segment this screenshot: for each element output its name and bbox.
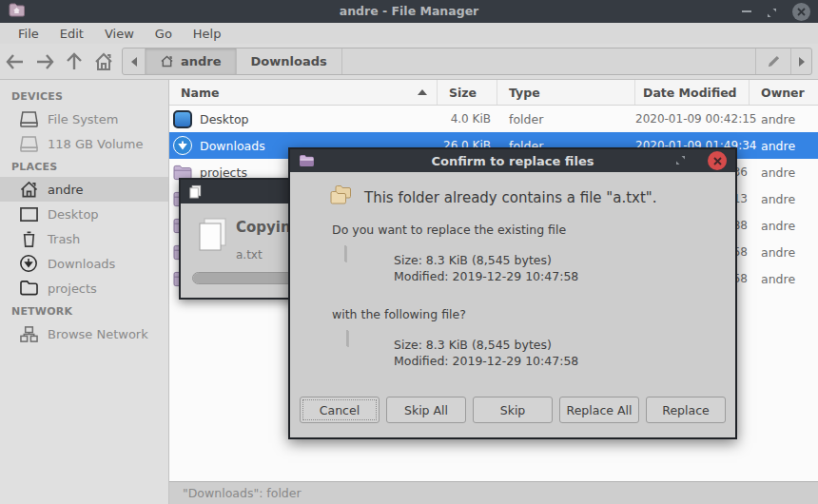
dialog-close-button[interactable] <box>708 151 727 170</box>
existing-file-icon <box>344 245 346 262</box>
trash-icon <box>18 228 39 249</box>
column-header-owner[interactable]: Owner <box>750 80 818 105</box>
sidebar-item-desktop[interactable]: Desktop <box>0 202 168 226</box>
desktop-icon <box>18 204 39 224</box>
sidebar-item-file-system[interactable]: File System <box>0 107 168 131</box>
table-row-desktop[interactable]: Desktop 4.0 KiB folder 2020-01-09 00:42:… <box>169 106 818 132</box>
sidebar-section-places: PLACES <box>0 156 168 177</box>
window-titlebar: andre - File Manager <box>0 0 818 23</box>
home-button[interactable] <box>88 48 118 76</box>
up-button[interactable] <box>59 48 88 76</box>
status-bar: "Downloads": folder <box>169 481 818 504</box>
menu-view[interactable]: View <box>96 25 143 43</box>
path-scroll-left-button[interactable] <box>123 48 146 74</box>
copy-folders-icon <box>328 184 355 210</box>
list-header: Name Size Type Date Modified Owner <box>169 80 818 106</box>
desktop-folder-icon <box>173 109 192 128</box>
menu-go[interactable]: Go <box>146 25 181 43</box>
drive-icon <box>18 108 39 129</box>
window-title: andre - File Manager <box>0 0 818 23</box>
folder-icon <box>18 278 39 299</box>
copy-filename: a.txt <box>236 248 263 262</box>
dialog-title: Confirm to replace files <box>290 154 735 168</box>
minimize-button-icon[interactable] <box>742 10 751 12</box>
replace-all-button[interactable]: Replace All <box>559 397 639 423</box>
column-header-size[interactable]: Size <box>438 80 497 105</box>
new-file-modified: Modified: 2019-12-29 10:47:58 <box>394 353 578 369</box>
sidebar-item-trash[interactable]: Trash <box>0 226 168 251</box>
path-edit-button[interactable] <box>755 48 790 74</box>
existing-file-modified: Modified: 2019-12-29 10:47:58 <box>394 268 578 284</box>
pencil-icon <box>767 54 781 68</box>
menu-help[interactable]: Help <box>185 25 230 43</box>
download-folder-icon <box>173 136 192 155</box>
existing-file-size: Size: 8.3 KiB (8,545 bytes) <box>394 252 578 268</box>
menubar: File Edit View Go Help <box>0 23 818 44</box>
column-header-name[interactable]: Name <box>169 80 438 105</box>
skip-button[interactable]: Skip <box>473 397 553 423</box>
copying-pages-icon <box>196 217 230 256</box>
question-existing: Do you want to replace the existing file <box>332 223 566 237</box>
drive-icon <box>18 133 39 154</box>
forward-button[interactable] <box>29 48 59 76</box>
sidebar-item-volume[interactable]: 118 GB Volume <box>0 131 168 156</box>
network-icon <box>18 323 39 344</box>
sidebar-item-andre[interactable]: andre <box>0 177 168 202</box>
column-header-date-modified[interactable]: Date Modified <box>635 80 750 105</box>
close-button[interactable] <box>792 3 810 21</box>
sidebar-item-browse-network[interactable]: Browse Network <box>0 321 168 346</box>
dialog-restore-icon[interactable] <box>675 154 686 168</box>
sidebar-section-devices: DEVICES <box>0 86 168 107</box>
new-file-size: Size: 8.3 KiB (8,545 bytes) <box>394 337 578 353</box>
new-file-info: Size: 8.3 KiB (8,545 bytes) Modified: 20… <box>394 337 578 369</box>
home-icon <box>18 179 39 200</box>
dialog-buttons: Cancel Skip All Skip Replace All Replace <box>300 397 726 423</box>
path-scroll-right-button[interactable] <box>790 48 811 74</box>
pathbar: andre Downloads <box>122 48 812 75</box>
document-icon <box>188 184 203 199</box>
skip-all-button[interactable]: Skip All <box>386 397 466 423</box>
path-button-downloads[interactable]: Downloads <box>237 48 342 74</box>
restore-button-icon[interactable] <box>767 7 777 17</box>
sidebar-item-downloads[interactable]: Downloads <box>0 251 168 276</box>
path-button-andre[interactable]: andre <box>146 48 237 74</box>
question-new: with the following file? <box>332 307 466 321</box>
sort-ascending-icon <box>418 89 427 95</box>
toolbar: andre Downloads <box>0 44 818 80</box>
column-header-type[interactable]: Type <box>497 80 635 105</box>
new-file-icon <box>346 330 348 346</box>
existing-file-info: Size: 8.3 KiB (8,545 bytes) Modified: 20… <box>394 252 578 284</box>
replace-files-dialog: Confirm to replace files This folder alr… <box>288 147 737 439</box>
replace-dialog-titlebar: Confirm to replace files <box>290 149 735 172</box>
menu-edit[interactable]: Edit <box>51 25 92 43</box>
sidebar-section-network: NETWORK <box>0 300 168 321</box>
download-icon <box>18 253 39 274</box>
dialog-heading: This folder already contains a file "a.t… <box>364 189 657 206</box>
cancel-button[interactable]: Cancel <box>300 397 380 423</box>
home-icon <box>160 55 174 68</box>
sidebar-item-projects[interactable]: projects <box>0 276 168 300</box>
replace-button[interactable]: Replace <box>646 397 726 423</box>
sidebar: DEVICES File System 118 GB Volume PLACES… <box>0 80 169 504</box>
back-button[interactable] <box>0 48 29 76</box>
menu-file[interactable]: File <box>10 25 48 43</box>
